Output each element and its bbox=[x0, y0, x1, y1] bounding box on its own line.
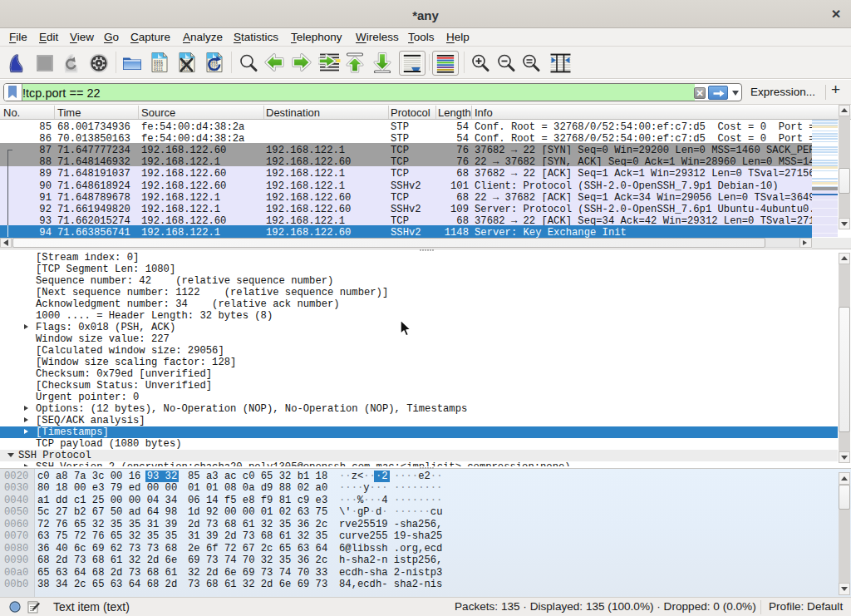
svg-text:0111: 0111 bbox=[154, 67, 163, 71]
